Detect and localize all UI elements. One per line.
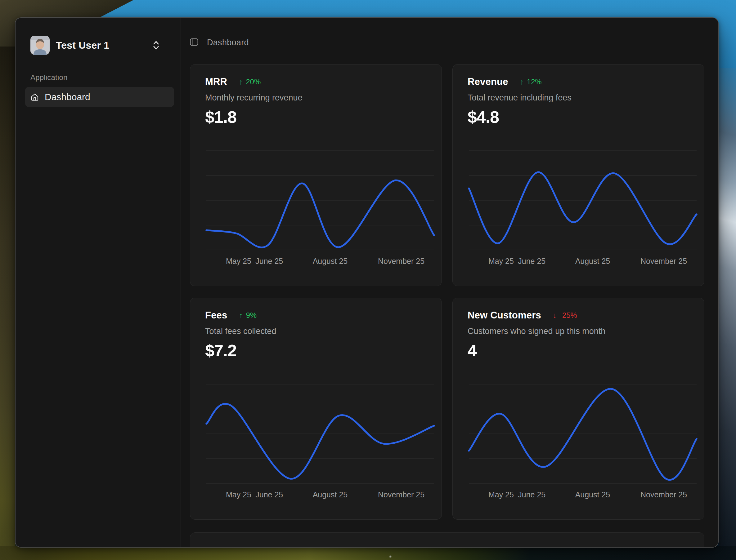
card-subtitle: Monthly recurring revenue [205, 93, 302, 103]
metric-card-fees: Fees ↑ 9% Total fees collected $7.2 May … [190, 298, 442, 520]
axis-tick-label: August 25 [575, 257, 610, 266]
wallpaper-highlight-dot [389, 555, 392, 558]
trend-badge: ↑ 20% [239, 78, 261, 86]
metric-card-mrr: MRR ↑ 20% Monthly recurring revenue $1.8… [190, 64, 442, 286]
axis-tick-label: August 25 [313, 257, 348, 266]
metric-card-revenue: Revenue ↑ 12% Total revenue including fe… [453, 64, 704, 286]
trend-arrow-icon: ↓ [553, 311, 557, 320]
sidebar: Test User 1 Application Dashboard [16, 18, 181, 547]
card-title: MRR [205, 76, 227, 87]
home-icon [30, 93, 39, 101]
chart-line-series [469, 389, 697, 480]
sidebar-toggle-icon[interactable] [189, 37, 199, 48]
chart-svg [469, 384, 697, 484]
card-subtitle: Total revenue including fees [468, 93, 572, 103]
chart-svg [469, 150, 697, 250]
trend-badge: ↓ -25% [553, 311, 577, 320]
app-window: Test User 1 Application Dashboard [15, 17, 719, 548]
card-value: $4.8 [468, 107, 499, 127]
axis-tick-label: November 25 [378, 490, 425, 499]
user-avatar [30, 36, 50, 55]
axis-tick-label: November 25 [378, 257, 425, 266]
axis-tick-label: August 25 [575, 490, 610, 499]
axis-tick-label: November 25 [640, 490, 687, 499]
trend-arrow-icon: ↑ [239, 311, 243, 320]
axis-tick-label: August 25 [313, 490, 348, 499]
trend-badge: ↑ 12% [520, 78, 542, 86]
trend-badge: ↑ 9% [239, 311, 256, 320]
line-chart: May 25June 25August 25November 25 [206, 150, 434, 271]
axis-tick-label: May 25 [489, 490, 514, 499]
axis-tick-label: November 25 [640, 257, 687, 266]
axis-tick-label: May 25 [226, 257, 251, 266]
wallpaper-rock-left [0, 47, 16, 560]
trend-arrow-icon: ↑ [239, 78, 243, 86]
chart-line-series [469, 172, 697, 244]
wallpaper-mountain-right [719, 68, 736, 546]
card-subtitle: Customers who signed up this month [468, 327, 605, 336]
line-chart: May 25June 25August 25November 25 [469, 384, 696, 505]
partial-card [190, 532, 704, 548]
sidebar-section-label: Application [30, 73, 68, 82]
card-title: Revenue [468, 76, 508, 87]
trend-value: -25% [560, 311, 577, 320]
chart-line-series [206, 180, 434, 247]
axis-tick-label: June 25 [255, 490, 283, 499]
card-title: Fees [205, 310, 227, 321]
metric-card-new-customers: New Customers ↓ -25% Customers who signe… [453, 298, 704, 520]
card-value: $7.2 [205, 341, 236, 360]
axis-tick-label: June 25 [518, 257, 546, 266]
sidebar-item-dashboard[interactable]: Dashboard [25, 87, 174, 107]
page-header: Dashboard [189, 37, 249, 48]
wallpaper-grass-bottom [0, 546, 736, 560]
axis-tick-label: May 25 [226, 490, 251, 499]
line-chart: May 25June 25August 25November 25 [206, 384, 434, 505]
axis-tick-label: June 25 [255, 257, 283, 266]
axis-tick-label: June 25 [518, 490, 546, 499]
chevron-up-down-icon [152, 40, 160, 50]
trend-value: 12% [527, 78, 542, 86]
user-menu[interactable]: Test User 1 [30, 36, 167, 55]
trend-value: 9% [246, 311, 256, 320]
chart-line-series [206, 404, 434, 479]
trend-value: 20% [246, 78, 261, 86]
desktop-wallpaper: Test User 1 Application Dashboard [0, 0, 736, 560]
chart-svg [206, 150, 434, 250]
card-title: New Customers [468, 310, 541, 321]
chart-svg [206, 384, 434, 484]
card-value: $1.8 [205, 107, 236, 127]
trend-arrow-icon: ↑ [520, 78, 524, 86]
card-value: 4 [468, 341, 477, 360]
main-content: Dashboard MRR ↑ 20% Monthly recurring re… [181, 18, 718, 547]
axis-tick-label: May 25 [489, 257, 514, 266]
nav-item-label: Dashboard [45, 92, 90, 102]
user-name: Test User 1 [56, 40, 109, 51]
line-chart: May 25June 25August 25November 25 [469, 150, 696, 271]
page-title: Dashboard [207, 38, 249, 47]
card-subtitle: Total fees collected [205, 327, 276, 336]
